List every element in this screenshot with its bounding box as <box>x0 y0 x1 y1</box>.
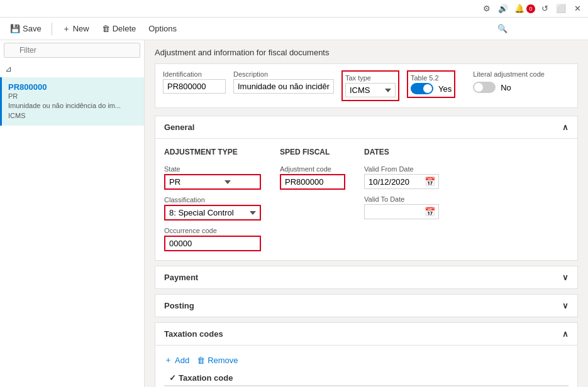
taxation-actions: ＋ Add 🗑 Remove <box>164 354 569 366</box>
list-item-sub3: ICMS <box>8 111 138 121</box>
remove-button[interactable]: 🗑 Remove <box>197 356 238 365</box>
valid-from-calendar-icon[interactable]: 📅 <box>421 175 438 188</box>
list-item-sub1: PR <box>8 92 138 101</box>
trash-icon: 🗑 <box>102 24 110 33</box>
literal-value: No <box>501 83 511 92</box>
state-label: State <box>164 165 261 173</box>
classification-group: Classification 8: Special Control <box>164 196 261 221</box>
tax-type-label: Tax type <box>345 74 396 82</box>
funnel-icon[interactable]: ⊿ <box>0 60 144 77</box>
sped-fiscal-col: SPED FISCAL Adjustment code <box>280 148 345 251</box>
state-group: State PR <box>164 165 261 190</box>
dates-title: DATES <box>364 148 439 156</box>
save-icon: 💾 <box>10 24 20 33</box>
posting-title: Posting <box>164 301 194 310</box>
general-collapse-icon: ∧ <box>562 123 569 132</box>
general-section: General ∧ ADJUSTMENT TYPE State PR <box>155 116 578 261</box>
toolbar: 💾 Save ＋ New 🗑 Delete Options 🔍 <box>0 18 588 40</box>
list-item[interactable]: PR800000 PR Imunidade ou não incidência … <box>0 77 144 126</box>
adjustment-code-group: Adjustment code <box>280 165 345 190</box>
taxation-section-body: ＋ Add 🗑 Remove ✓ Tax <box>155 346 577 387</box>
valid-from-input[interactable] <box>365 175 421 188</box>
valid-to-input[interactable] <box>365 205 421 219</box>
adjustment-code-wrap <box>280 174 345 190</box>
search-input[interactable] <box>508 24 583 33</box>
general-section-header[interactable]: General ∧ <box>155 116 577 139</box>
save-button[interactable]: 💾 Save <box>5 21 47 36</box>
state-select[interactable]: PR <box>165 175 235 188</box>
checkmark-icon: ✓ <box>169 373 176 383</box>
options-button[interactable]: Options <box>143 21 182 36</box>
posting-section-header[interactable]: Posting ∨ <box>155 295 577 317</box>
notification-badge: 0 <box>526 4 535 13</box>
literal-group: Literal adjustment code No <box>473 70 545 93</box>
panel-title: Adjustment and information for fiscal do… <box>155 48 578 57</box>
check-col: ✓ Taxation code <box>169 373 563 383</box>
add-button[interactable]: ＋ Add <box>164 354 189 366</box>
settings-icon[interactable]: ⚙ <box>480 2 494 16</box>
table52-group: Table 5.2 Yes <box>407 70 455 98</box>
valid-to-label: Valid To Date <box>364 195 439 203</box>
valid-to-wrap: 📅 <box>364 204 439 219</box>
filter-bar-wrap: ⊞ <box>0 40 144 60</box>
classification-select-wrap: 8: Special Control <box>164 205 261 221</box>
maximize-icon[interactable]: ⬜ <box>554 2 568 16</box>
adjustment-code-label: Adjustment code <box>280 165 345 173</box>
description-group: Description <box>233 70 334 94</box>
literal-label: Literal adjustment code <box>473 70 545 78</box>
posting-expand-icon: ∨ <box>562 301 569 310</box>
filter-input[interactable] <box>4 43 140 58</box>
payment-section-header[interactable]: Payment ∨ <box>155 266 577 288</box>
adjustment-code-input[interactable] <box>281 175 344 188</box>
right-panel: Adjustment and information for fiscal do… <box>145 40 588 387</box>
new-button[interactable]: ＋ New <box>57 21 94 37</box>
speaker-icon[interactable]: 🔊 <box>496 2 510 16</box>
remove-icon: 🗑 <box>197 356 205 365</box>
identification-input[interactable] <box>163 79 226 94</box>
taxation-section: Taxation codes ∧ ＋ Add 🗑 Remove <box>155 322 578 387</box>
occurrence-label: Occurrence code <box>164 227 261 234</box>
delete-button[interactable]: 🗑 Delete <box>97 21 141 36</box>
general-columns: ADJUSTMENT TYPE State PR Classification <box>164 148 569 251</box>
close-icon[interactable]: ✕ <box>570 2 584 16</box>
top-bar: ⚙ 🔊 🔔 0 ↺ ⬜ ✕ 💾 Save ＋ New 🗑 Delete Opti… <box>0 0 588 40</box>
general-section-body: ADJUSTMENT TYPE State PR Classification <box>155 139 577 260</box>
description-label: Description <box>233 70 334 78</box>
valid-from-group: Valid From Date 📅 <box>364 165 439 189</box>
payment-expand-icon: ∨ <box>562 273 569 282</box>
filter-wrap: ⊞ <box>4 43 140 58</box>
table52-value: Yes <box>438 84 452 94</box>
occurrence-input-wrap <box>164 236 261 251</box>
refresh-icon[interactable]: ↺ <box>538 2 552 16</box>
table52-label: Table 5.2 <box>411 74 452 82</box>
main-layout: ⊞ ⊿ PR800000 PR Imunidade ou não incidên… <box>0 40 588 387</box>
header-fields: Identification Description Tax type ICMS… <box>155 63 578 108</box>
add-icon: ＋ <box>164 354 172 366</box>
payment-section: Payment ∨ <box>155 266 578 289</box>
list-item-sub2: Imunidade ou não incidência do im... <box>8 101 138 111</box>
occurrence-input[interactable] <box>165 237 228 250</box>
left-panel: ⊞ ⊿ PR800000 PR Imunidade ou não incidên… <box>0 40 145 387</box>
list-item-id: PR800000 <box>8 82 138 92</box>
adjustment-type-title: ADJUSTMENT TYPE <box>164 148 261 156</box>
description-input[interactable] <box>233 79 334 94</box>
identification-label: Identification <box>163 70 226 78</box>
state-select-wrap: PR <box>164 174 261 190</box>
taxation-collapse-icon: ∧ <box>562 329 569 339</box>
classification-select[interactable]: 8: Special Control <box>165 206 260 219</box>
valid-from-label: Valid From Date <box>364 165 439 173</box>
tax-type-select[interactable]: ICMS <box>345 83 396 97</box>
literal-toggle[interactable] <box>473 82 496 93</box>
adjustment-type-col: ADJUSTMENT TYPE State PR Classification <box>164 148 261 251</box>
valid-to-calendar-icon[interactable]: 📅 <box>421 205 438 219</box>
taxation-section-header[interactable]: Taxation codes ∧ <box>155 323 577 346</box>
valid-from-wrap: 📅 <box>364 174 439 189</box>
identification-group: Identification <box>163 70 226 94</box>
separator <box>52 23 52 35</box>
table52-toggle[interactable] <box>411 83 433 94</box>
classification-label: Classification <box>164 196 261 204</box>
payment-title: Payment <box>164 273 198 282</box>
taxation-title: Taxation codes <box>164 329 223 339</box>
taxation-col-header: ✓ Taxation code <box>164 371 569 386</box>
bell-icon[interactable]: 🔔 <box>513 2 526 16</box>
